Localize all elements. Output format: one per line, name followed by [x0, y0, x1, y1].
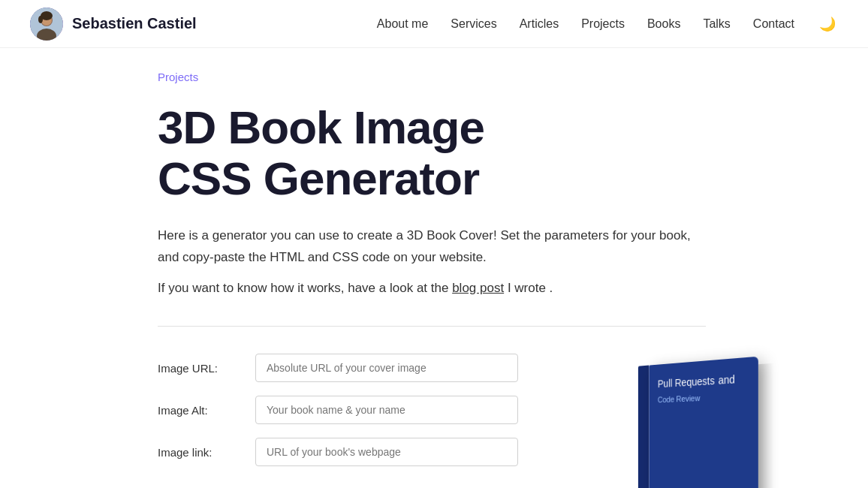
page-title-line1: 3D Book Image: [158, 101, 484, 153]
avatar: [30, 8, 63, 41]
nav-projects[interactable]: Projects: [581, 17, 625, 31]
page-description: Here is a generator you can use to creat…: [158, 225, 706, 269]
nav-articles[interactable]: Articles: [520, 17, 559, 31]
avatar-svg: [30, 8, 63, 41]
form-row-image-link: Image link:: [158, 438, 518, 466]
brand-name: Sebastien Castiel: [72, 15, 197, 32]
input-image-url[interactable]: [255, 354, 518, 382]
svg-point-5: [38, 16, 43, 23]
blog-post-line: If you want to know how it works, have a…: [158, 281, 838, 296]
book-cover-title: Pull Requests and: [658, 370, 748, 392]
form-fields: Image URL: Image Alt: Image link:: [158, 354, 518, 480]
main-nav: About me Services Articles Projects Book…: [377, 14, 838, 35]
form-row-image-url: Image URL:: [158, 354, 518, 382]
dark-mode-toggle[interactable]: 🌙: [817, 14, 838, 35]
page-title: 3D Book Image CSS Generator: [158, 102, 838, 204]
page-title-line2: CSS Generator: [158, 152, 479, 204]
breadcrumb: Projects: [158, 71, 838, 84]
avatar-image: [30, 8, 63, 41]
label-image-link: Image link:: [158, 446, 240, 459]
book-shadow: [758, 363, 774, 488]
book-title-text: Pull Requests: [658, 375, 715, 390]
form-row-image-alt: Image Alt:: [158, 396, 518, 424]
label-image-alt: Image Alt:: [158, 404, 240, 417]
blog-post-prefix: If you want to know how it works, have a…: [158, 281, 452, 295]
brand-link[interactable]: Sebastien Castiel: [30, 8, 197, 41]
nav-books[interactable]: Books: [647, 17, 680, 31]
input-image-alt[interactable]: [255, 396, 518, 424]
label-image-url: Image URL:: [158, 362, 240, 375]
form-section: Image URL: Image Alt: Image link: Pull R…: [158, 354, 838, 488]
section-divider: [158, 326, 706, 327]
breadcrumb-link[interactable]: Projects: [158, 71, 198, 83]
input-image-link[interactable]: [255, 438, 518, 466]
book-3d-container: Pull Requests and Code Review: [649, 357, 758, 488]
nav-talks[interactable]: Talks: [703, 17, 730, 31]
blog-post-suffix: I wrote .: [504, 281, 553, 295]
site-header: Sebastien Castiel About me Services Arti…: [0, 0, 868, 48]
nav-services[interactable]: Services: [451, 17, 496, 31]
book-spine: [638, 366, 649, 488]
blog-post-link[interactable]: blog post: [452, 281, 504, 295]
book-preview: Pull Requests and Code Review: [563, 354, 838, 488]
book-cover-subtitle: Code Review: [658, 390, 748, 405]
nav-contact[interactable]: Contact: [753, 17, 794, 31]
main-content: Projects 3D Book Image CSS Generator Her…: [0, 48, 868, 488]
nav-about-me[interactable]: About me: [377, 17, 428, 31]
book-cover: Pull Requests and Code Review: [649, 357, 758, 488]
book-title-and: and: [718, 373, 734, 387]
